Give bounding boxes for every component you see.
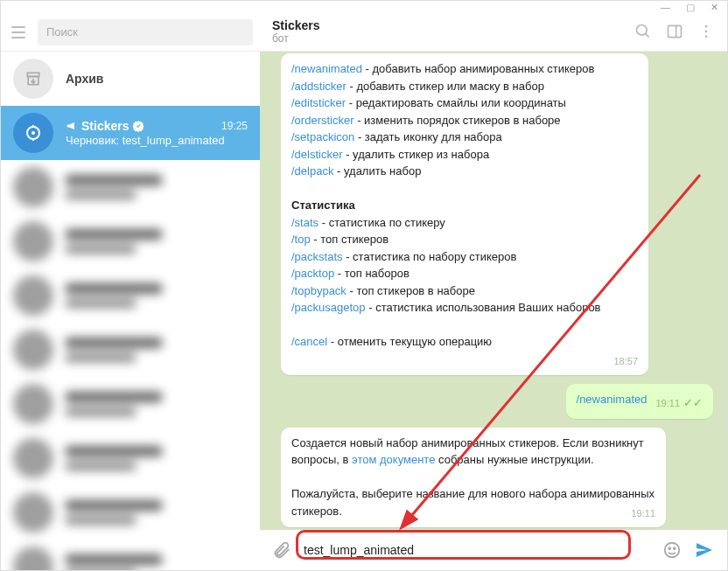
hamburger-menu-icon[interactable] <box>8 22 29 43</box>
search-input[interactable]: Поиск <box>38 19 253 45</box>
window-titlebar: — ▢ ✕ <box>1 1 727 13</box>
emoji-icon[interactable] <box>662 540 682 560</box>
doc-link[interactable]: этом документе <box>352 453 435 466</box>
chat-item-body: Stickers 19:25 Черновик: test_lump_anima… <box>66 119 248 147</box>
archive-label: Архив <box>66 72 103 86</box>
command-link[interactable]: /packstats <box>291 250 343 263</box>
window-close-button[interactable]: ✕ <box>710 2 718 13</box>
command-link[interactable]: /newanimated <box>577 393 648 406</box>
command-link[interactable]: /cancel <box>291 335 327 348</box>
chat-item-blurred[interactable] <box>1 268 260 323</box>
command-link[interactable]: /packusagetop <box>291 301 366 314</box>
command-link[interactable]: /setpackicon <box>291 130 354 143</box>
send-button-icon[interactable] <box>694 540 715 561</box>
command-link[interactable]: /addsticker <box>291 80 346 93</box>
stats-heading: Статистика <box>291 197 638 214</box>
search-placeholder: Поиск <box>46 25 78 38</box>
archive-icon <box>13 59 53 99</box>
chat-title: Stickers <box>272 19 634 32</box>
chat-item-stickers[interactable]: Stickers 19:25 Черновик: test_lump_anima… <box>1 106 260 160</box>
command-link[interactable]: /topbypack <box>291 284 346 297</box>
bot-help-message: /newanimated - добавить набор анимирован… <box>281 53 648 375</box>
svg-point-14 <box>674 547 676 549</box>
chat-area: /newanimated - добавить набор анимирован… <box>260 52 727 570</box>
svg-point-0 <box>637 25 648 36</box>
stickers-avatar-icon <box>13 113 53 153</box>
more-options-icon[interactable] <box>697 23 715 40</box>
bot-reply-message: Создается новый набор анимированных стик… <box>281 428 666 528</box>
command-link[interactable]: /delsticker <box>291 148 343 161</box>
chat-item-blurred[interactable] <box>1 485 260 540</box>
chat-header-info[interactable]: Stickers бот <box>272 19 634 45</box>
chat-item-blurred[interactable] <box>1 377 260 431</box>
chat-item-blurred[interactable] <box>1 323 260 377</box>
command-link[interactable]: /newanimated <box>291 62 362 75</box>
command-link[interactable]: /editsticker <box>291 96 346 109</box>
svg-line-1 <box>646 34 649 38</box>
read-checks-icon: ✓✓ <box>683 396 703 409</box>
svg-point-6 <box>705 36 708 38</box>
chat-item-name: Stickers <box>66 119 144 133</box>
top-left: Поиск <box>1 19 260 45</box>
svg-point-5 <box>705 31 708 33</box>
telegram-window: — ▢ ✕ Поиск Stickers бот <box>0 0 728 571</box>
svg-point-12 <box>665 543 680 558</box>
chat-item-preview: Черновик: test_lump_animated <box>66 134 248 147</box>
body: Архив Stickers 19:25 <box>1 52 727 570</box>
top-icons <box>634 23 715 40</box>
command-link[interactable]: /delpack <box>291 164 333 178</box>
svg-point-4 <box>705 25 708 28</box>
messages-area[interactable]: /newanimated - добавить набор анимирован… <box>260 52 727 530</box>
spellcheck-underline <box>304 557 426 559</box>
message-input-wrap <box>304 542 650 558</box>
top-right: Stickers бот <box>260 19 727 45</box>
command-link[interactable]: /packtop <box>291 267 334 280</box>
outgoing-message: /newanimated 19:11✓✓ <box>566 384 713 419</box>
top-bar: Поиск Stickers бот <box>1 13 727 52</box>
megaphone-icon <box>66 120 78 132</box>
message-time: 18:57 <box>613 354 638 369</box>
command-link[interactable]: /ordersticker <box>291 114 354 127</box>
message-time: 19:11 <box>631 506 655 521</box>
message-time: 19:11✓✓ <box>655 394 703 412</box>
side-panel-icon[interactable] <box>666 23 683 40</box>
svg-rect-2 <box>668 26 682 38</box>
window-minimize-button[interactable]: — <box>661 2 670 12</box>
svg-point-11 <box>32 131 35 135</box>
chat-item-blurred[interactable] <box>1 214 260 268</box>
attach-icon[interactable] <box>272 540 291 560</box>
chat-item-time: 19:25 <box>221 120 248 132</box>
chat-item-blurred[interactable] <box>1 431 260 485</box>
window-maximize-button[interactable]: ▢ <box>686 2 695 13</box>
archive-row[interactable]: Архив <box>1 52 260 106</box>
chat-subtitle: бот <box>272 32 634 45</box>
message-input[interactable] <box>304 543 457 557</box>
verified-icon <box>132 120 144 132</box>
command-link[interactable]: /stats <box>291 216 318 229</box>
message-input-row <box>260 530 727 570</box>
svg-point-13 <box>668 547 670 549</box>
search-in-chat-icon[interactable] <box>634 23 652 40</box>
command-link[interactable]: /top <box>291 233 311 246</box>
chat-item-blurred[interactable] <box>1 160 260 214</box>
chat-item-blurred[interactable] <box>1 540 260 570</box>
chat-list-sidebar: Архив Stickers 19:25 <box>1 52 260 570</box>
